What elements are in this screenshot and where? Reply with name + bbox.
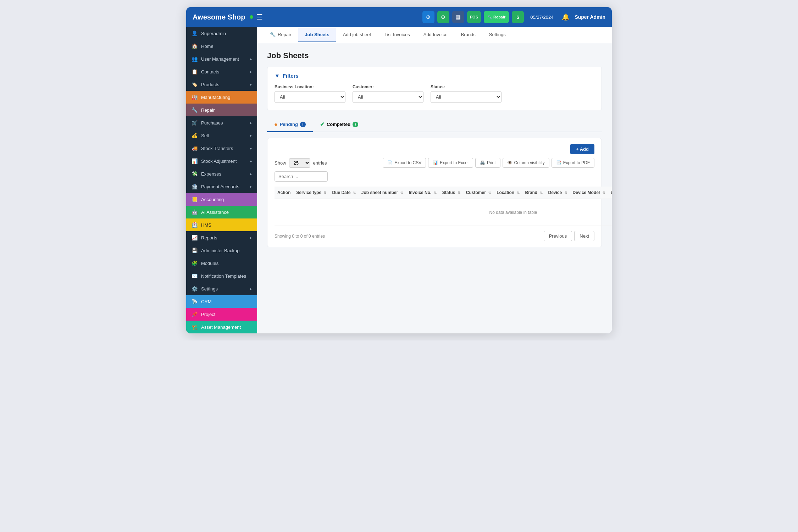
sidebar-item-stock-adjustment[interactable]: 📊 Stock Adjustment ▸ — [186, 155, 257, 167]
sidebar-item-purchases[interactable]: 🛒 Purchases ▸ — [186, 116, 257, 129]
sidebar-item-modules[interactable]: 🧩 Modules — [186, 257, 257, 270]
sidebar-item-expenses[interactable]: 💸 Expenses ▸ — [186, 167, 257, 180]
customer-group: Customer: All — [353, 84, 423, 103]
col-action: Action — [275, 187, 293, 199]
sell-icon: 💰 — [191, 133, 198, 138]
sidebar-item-products[interactable]: 🏷️ Products ▸ — [186, 78, 257, 91]
add-circle-green-btn[interactable]: ⊕ — [437, 11, 449, 23]
arrow-icon: ▸ — [250, 184, 252, 189]
export-excel-btn[interactable]: 📊 Export to Excel — [428, 158, 473, 168]
sidebar-item-settings[interactable]: ⚙️ Settings ▸ — [186, 282, 257, 295]
business-location-group: Business Location: All — [275, 84, 345, 103]
sidebar-item-repair[interactable]: 🔧 Repair — [186, 104, 257, 116]
status-filter[interactable]: All — [431, 91, 501, 103]
brand-dot — [250, 15, 253, 19]
tab-settings[interactable]: Settings — [483, 28, 512, 42]
stock-transfers-icon: 🚚 — [191, 145, 198, 151]
arrow-icon: ▸ — [250, 159, 252, 164]
export-csv-btn[interactable]: 📄 Export to CSV — [383, 158, 426, 168]
col-device: Device ⇅ — [545, 187, 570, 199]
tab-job-sheets[interactable]: Job Sheets — [298, 28, 336, 42]
sidebar-item-superadmin[interactable]: 👤 Superadmin — [186, 27, 257, 40]
add-job-sheet-tab-label: Add job sheet — [343, 32, 371, 37]
customer-filter[interactable]: All — [353, 91, 423, 103]
repair-tab-icon: 🔧 — [270, 32, 276, 37]
tab-brands[interactable]: Brands — [455, 28, 482, 42]
col-job-sheet-number: Job sheet number ⇅ — [359, 187, 406, 199]
sidebar-item-notification-templates[interactable]: ✉️ Notification Templates — [186, 270, 257, 282]
dollar-btn[interactable]: $ — [512, 11, 524, 23]
col-brand: Brand ⇅ — [522, 187, 545, 199]
sidebar-label-contacts: Contacts — [201, 69, 246, 74]
grid-btn[interactable]: ▦ — [452, 11, 464, 23]
sidebar-label-project: Project — [201, 312, 252, 317]
administer-backup-icon: 💾 — [191, 248, 198, 253]
sidebar-item-manufacturing[interactable]: 🏭 Manufacturing — [186, 91, 257, 104]
arrow-icon: ▸ — [250, 133, 252, 138]
stock-adjustment-icon: 📊 — [191, 158, 198, 164]
col-customer: Customer ⇅ — [463, 187, 494, 199]
pending-status-tab[interactable]: ● Pending i — [267, 117, 313, 132]
add-circle-btn[interactable]: ⊕ — [422, 11, 434, 23]
tab-list-invoices[interactable]: List Invoices — [378, 28, 416, 42]
job-sheets-tab-label: Job Sheets — [305, 32, 329, 37]
arrow-icon: ▸ — [250, 146, 252, 151]
col-serial-number: Serial Number ⇅ — [608, 187, 612, 199]
sidebar-item-accounting[interactable]: 📒 Accounting — [186, 193, 257, 206]
sidebar: 👤 Superadmin 🏠 Home 👥 User Management ▸ … — [186, 27, 257, 333]
page-area: Job Sheets ▼ Filters Business Location: … — [257, 43, 612, 255]
purchases-icon: 🛒 — [191, 120, 198, 126]
sidebar-item-home[interactable]: 🏠 Home — [186, 40, 257, 52]
sidebar-item-reports[interactable]: 📈 Reports ▸ — [186, 231, 257, 244]
sidebar-item-administer-backup[interactable]: 💾 Administer Backup — [186, 244, 257, 257]
sidebar-item-crm[interactable]: 📡 CRM — [186, 295, 257, 308]
export-buttons: 📄 Export to CSV 📊 Export to Excel 🖨️ Pri… — [383, 158, 594, 168]
superadmin-icon: 👤 — [191, 31, 198, 36]
sidebar-item-user-management[interactable]: 👥 User Management ▸ — [186, 52, 257, 65]
showing-label: Showing 0 to 0 of 0 entries — [275, 234, 325, 239]
sidebar-item-payment-accounts[interactable]: 🏦 Payment Accounts ▸ — [186, 180, 257, 193]
accounting-icon: 📒 — [191, 196, 198, 202]
project-icon: 📌 — [191, 311, 198, 317]
tab-repair[interactable]: 🔧 Repair — [264, 28, 298, 42]
previous-btn[interactable]: Previous — [544, 231, 572, 241]
search-input[interactable] — [275, 171, 328, 182]
sidebar-item-hms[interactable]: 🏥 HMS — [186, 218, 257, 231]
next-btn[interactable]: Next — [574, 231, 594, 241]
business-location-filter[interactable]: All — [275, 91, 345, 103]
sidebar-item-contacts[interactable]: 📋 Contacts ▸ — [186, 65, 257, 78]
customer-label: Customer: — [353, 84, 423, 89]
sidebar-label-expenses: Expenses — [201, 171, 246, 177]
arrow-icon: ▸ — [250, 172, 252, 176]
completed-info-icon: i — [353, 122, 358, 127]
sidebar-item-ai-assistance[interactable]: 🤖 AI Assistance — [186, 206, 257, 218]
table-card: + Add Show 25 10 50 100 entries — [267, 138, 602, 247]
sidebar-label-asset-management: Asset Management — [201, 325, 252, 330]
add-invoice-tab-label: Add Invoice — [423, 32, 448, 37]
add-button[interactable]: + Add — [570, 144, 594, 154]
hamburger-menu[interactable]: ☰ — [256, 13, 263, 21]
sidebar-label-settings: Settings — [201, 286, 246, 292]
status-group: Status: All — [431, 84, 501, 103]
pos-btn[interactable]: POS — [467, 11, 481, 23]
completed-status-tab[interactable]: ✔ Completed i — [313, 117, 365, 132]
arrow-icon: ▸ — [250, 235, 252, 240]
sidebar-item-stock-transfers[interactable]: 🚚 Stock Transfers ▸ — [186, 142, 257, 155]
print-btn[interactable]: 🖨️ Print — [475, 158, 500, 168]
sidebar-label-accounting: Accounting — [201, 197, 252, 202]
column-visibility-btn[interactable]: 👁️ Column visibility — [503, 158, 549, 168]
sidebar-item-asset-management[interactable]: 🏗️ Asset Management — [186, 321, 257, 333]
export-pdf-btn[interactable]: 📑 Export to PDF — [552, 158, 594, 168]
sidebar-label-stock-adjustment: Stock Adjustment — [201, 159, 246, 164]
tab-add-invoice[interactable]: Add Invoice — [417, 28, 454, 42]
sidebar-label-hms: HMS — [201, 222, 252, 228]
user-name: Super Admin — [575, 14, 605, 20]
tab-add-job-sheet[interactable]: Add job sheet — [337, 28, 378, 42]
notification-bell[interactable]: 🔔 — [562, 13, 570, 21]
main-content: 🔧 Repair Job Sheets Add job sheet List I… — [257, 27, 612, 333]
sidebar-item-sell[interactable]: 💰 Sell ▸ — [186, 129, 257, 142]
sidebar-item-project[interactable]: 📌 Project — [186, 308, 257, 321]
repair-header-btn[interactable]: 🔧 Repair — [484, 11, 509, 23]
show-entries-select[interactable]: 25 10 50 100 — [289, 158, 310, 168]
business-location-label: Business Location: — [275, 84, 345, 89]
